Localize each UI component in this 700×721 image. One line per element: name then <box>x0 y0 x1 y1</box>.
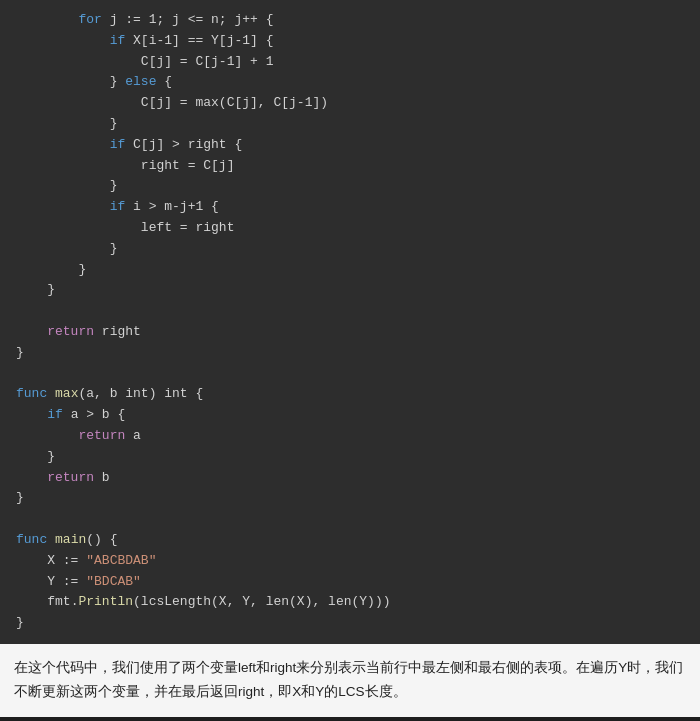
code-line: return b <box>0 468 700 489</box>
code-line <box>0 509 700 530</box>
code-line: fmt.Println(lcsLength(X, Y, len(X), len(… <box>0 592 700 613</box>
code-line: } else { <box>0 72 700 93</box>
code-line: left = right <box>0 218 700 239</box>
code-line: } <box>0 613 700 634</box>
description-section: 在这个代码中，我们使用了两个变量left和right来分别表示当前行中最左侧和最… <box>0 644 700 717</box>
code-line: if X[i-1] == Y[j-1] { <box>0 31 700 52</box>
code-line: if a > b { <box>0 405 700 426</box>
code-line: } <box>0 176 700 197</box>
code-block: for j := 1; j <= n; j++ { if X[i-1] == Y… <box>0 0 700 644</box>
code-line: } <box>0 343 700 364</box>
code-line: C[j] = max(C[j], C[j-1]) <box>0 93 700 114</box>
code-line <box>0 364 700 385</box>
code-line: if C[j] > right { <box>0 135 700 156</box>
code-line: } <box>0 488 700 509</box>
code-line: right = C[j] <box>0 156 700 177</box>
code-line: func main() { <box>0 530 700 551</box>
description-text: 在这个代码中，我们使用了两个变量left和right来分别表示当前行中最左侧和最… <box>14 656 686 705</box>
code-line: return right <box>0 322 700 343</box>
code-line: } <box>0 114 700 135</box>
code-line: for j := 1; j <= n; j++ { <box>0 10 700 31</box>
code-line: } <box>0 260 700 281</box>
code-line: } <box>0 280 700 301</box>
code-line <box>0 301 700 322</box>
code-line: C[j] = C[j-1] + 1 <box>0 52 700 73</box>
code-line: } <box>0 239 700 260</box>
code-line: func max(a, b int) int { <box>0 384 700 405</box>
code-line: X := "ABCBDAB" <box>0 551 700 572</box>
code-line: return a <box>0 426 700 447</box>
code-line: if i > m-j+1 { <box>0 197 700 218</box>
code-line: } <box>0 447 700 468</box>
code-line: Y := "BDCAB" <box>0 572 700 593</box>
